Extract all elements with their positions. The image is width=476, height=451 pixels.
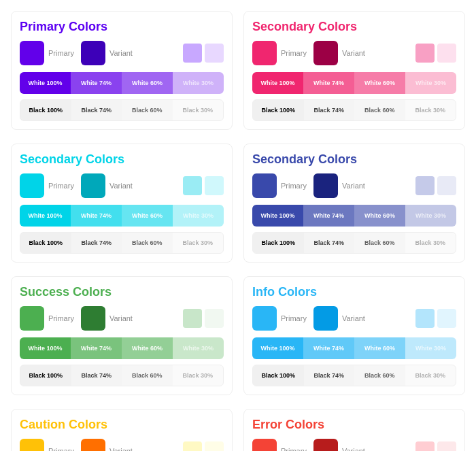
white-bar-cell: White 60% <box>122 205 173 227</box>
black-bar-cell: Black 74% <box>304 233 355 253</box>
white-bar-cell: White 30% <box>405 205 456 227</box>
primary-label: Primary <box>48 447 74 451</box>
section-title: Secondary Colors <box>20 152 224 167</box>
white-bar-cell: White 74% <box>71 205 122 227</box>
extra-swatch-2 <box>205 441 224 451</box>
extra-swatches <box>415 441 456 451</box>
black-bar-row: Black 100%Black 74%Black 60%Black 30% <box>252 232 456 254</box>
white-bar-cell: White 30% <box>173 337 224 359</box>
variant-label: Variant <box>342 447 365 451</box>
section-title: Info Colors <box>252 285 456 299</box>
white-bar-cell: White 60% <box>354 337 405 359</box>
variant-swatch-group: Variant <box>313 439 365 451</box>
variant-label: Variant <box>109 314 133 322</box>
extra-swatch-2 <box>205 309 224 328</box>
primary-swatch <box>252 439 277 451</box>
swatches-row: PrimaryVariant <box>20 439 224 451</box>
black-bar-cell: Black 74% <box>71 100 122 120</box>
primary-label: Primary <box>48 182 74 190</box>
primary-swatch-group: Primary <box>20 41 74 65</box>
black-bar-cell: Black 74% <box>304 100 355 120</box>
primary-label: Primary <box>48 314 74 322</box>
primary-swatch <box>20 173 44 198</box>
variant-swatch <box>313 173 338 198</box>
info-colors: Info ColorsPrimaryVariantWhite 100%White… <box>243 276 465 395</box>
section-title: Secondary Colors <box>252 20 456 34</box>
white-bar-cell: White 60% <box>122 337 173 359</box>
black-bar-row: Black 100%Black 74%Black 60%Black 30% <box>252 99 456 121</box>
extra-swatch-1 <box>415 441 435 451</box>
extra-swatches <box>183 309 224 328</box>
variant-swatch <box>81 306 105 331</box>
extra-swatches <box>415 44 456 63</box>
extra-swatches <box>415 176 456 195</box>
extra-swatches <box>415 309 456 328</box>
extra-swatch-2 <box>437 44 456 63</box>
white-bar-cell: White 74% <box>303 337 354 359</box>
variant-swatch-group: Variant <box>81 439 133 451</box>
white-bar-row: White 100%White 74%White 60%White 30% <box>252 337 456 359</box>
variant-label: Variant <box>342 182 365 190</box>
variant-swatch-group: Variant <box>81 306 133 331</box>
black-bar-row: Black 100%Black 74%Black 60%Black 30% <box>252 365 456 386</box>
variant-swatch <box>313 439 338 451</box>
black-bar-cell: Black 60% <box>354 365 405 386</box>
black-bar-cell: Black 100% <box>20 233 71 253</box>
primary-swatch <box>252 306 277 331</box>
variant-swatch <box>81 41 105 65</box>
secondary-colors-3: Secondary ColorsPrimaryVariantWhite 100%… <box>243 144 465 263</box>
black-bar-cell: Black 30% <box>173 365 224 386</box>
primary-colors-1: Primary ColorsPrimaryVariantWhite 100%Wh… <box>11 11 233 130</box>
extra-swatch-1 <box>415 176 435 195</box>
black-bar-cell: Black 30% <box>405 365 456 386</box>
primary-swatch <box>20 439 44 451</box>
swatches-row: PrimaryVariant <box>20 173 224 198</box>
variant-label: Variant <box>342 314 365 322</box>
primary-label: Primary <box>281 314 307 322</box>
variant-label: Variant <box>109 447 133 451</box>
extra-swatches <box>183 441 224 451</box>
black-bar-cell: Black 60% <box>122 233 173 253</box>
black-bar-row: Black 100%Black 74%Black 60%Black 30% <box>20 99 224 121</box>
section-title: Success Colors <box>20 285 224 299</box>
section-title: Primary Colors <box>20 20 224 34</box>
secondary-colors-2: Secondary ColorsPrimaryVariantWhite 100%… <box>11 144 233 263</box>
variant-label: Variant <box>342 49 365 57</box>
primary-swatch-group: Primary <box>252 306 307 331</box>
black-bar-cell: Black 60% <box>122 100 173 120</box>
variant-swatch-group: Variant <box>313 41 365 65</box>
black-bar-cell: Black 60% <box>354 100 405 120</box>
white-bar-cell: White 100% <box>252 205 303 227</box>
error-colors: Error ColorsPrimaryVariantWhite 100%Whit… <box>243 409 465 451</box>
variant-label: Variant <box>109 49 133 57</box>
primary-swatch <box>252 173 277 198</box>
black-bar-cell: Black 30% <box>405 233 456 253</box>
extra-swatch-2 <box>437 441 456 451</box>
variant-swatch-group: Variant <box>313 173 365 198</box>
white-bar-row: White 100%White 74%White 60%White 30% <box>20 205 224 227</box>
variant-swatch-group: Variant <box>81 41 133 65</box>
black-bar-cell: Black 100% <box>253 100 304 120</box>
extra-swatch-1 <box>183 441 202 451</box>
black-bar-cell: Black 74% <box>71 365 122 386</box>
variant-swatch <box>313 306 338 331</box>
swatches-row: PrimaryVariant <box>20 306 224 331</box>
primary-swatch-group: Primary <box>252 41 307 65</box>
white-bar-cell: White 74% <box>303 72 354 94</box>
white-bar-cell: White 74% <box>71 72 122 94</box>
section-title: Error Colors <box>252 418 456 432</box>
extra-swatch-1 <box>183 309 202 328</box>
primary-swatch-group: Primary <box>252 173 307 198</box>
extra-swatch-2 <box>437 176 456 195</box>
section-title: Caution Colors <box>20 418 224 432</box>
primary-swatch-group: Primary <box>20 306 74 331</box>
black-bar-cell: Black 30% <box>173 100 224 120</box>
white-bar-cell: White 60% <box>354 72 405 94</box>
secondary-colors-1: Secondary ColorsPrimaryVariantWhite 100%… <box>243 11 465 130</box>
variant-swatch-group: Variant <box>313 306 365 331</box>
black-bar-cell: Black 60% <box>354 233 405 253</box>
extra-swatch-2 <box>437 309 456 328</box>
primary-label: Primary <box>281 182 307 190</box>
black-bar-cell: Black 100% <box>20 100 71 120</box>
caution-colors: Caution ColorsPrimaryVariantWhite 100%Wh… <box>11 409 233 451</box>
